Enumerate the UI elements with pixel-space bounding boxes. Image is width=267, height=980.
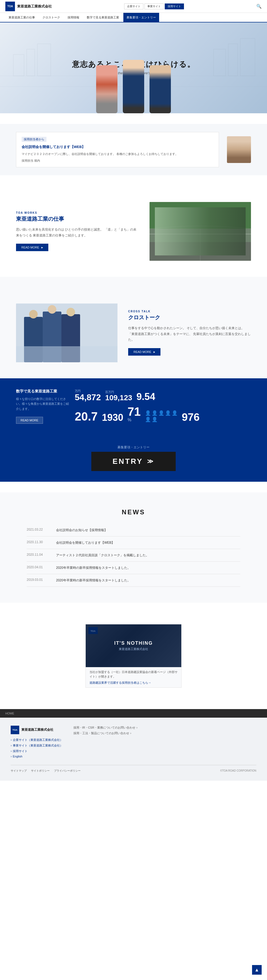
footer-right: 採用・IR・CSR・業務についてのお問い合わせ 採用・工法・製品についてのお問い… [73, 725, 256, 737]
announcement-title: 会社説明会を開催しております【WEB】 [22, 145, 213, 150]
footer-nav: HOME [0, 709, 267, 718]
nav-item-crosstalk[interactable]: クロストーク [39, 13, 63, 22]
main-nav: 東亜道路工業の仕事 クロストーク 採用情報 数字で見る東亜道路工業 募集要項・エ… [0, 13, 267, 22]
footer-nav-home[interactable]: HOME [5, 712, 14, 715]
header: TOA 東亜道路工業株式会社 企業サイト 事業サイト 採用サイト 🔍 [0, 0, 267, 13]
external-section: TOA IT'S NOTHING 東亜道路工業株式会社 当社が加盟する（一社）日… [0, 613, 267, 698]
person-icons-row-2: 👤👤 [145, 417, 178, 422]
news-text-4: 2020年卒業時の新卒採用情報をスタートしました。 [56, 565, 130, 570]
numbers-section: 数字で見る東亜道路工業 様々な切り口の数字に注目してください。様々な角度から東亜… [0, 378, 267, 434]
spacer-3 [0, 277, 267, 288]
toa-works-read-more[interactable]: READ MORE [16, 243, 48, 251]
news-date-4: 2020.04.01 [27, 565, 51, 569]
footer-top: TOA 東亜道路工業株式会社 企業サイト（東亜道路工業株式会社） 事業サイト（東… [11, 725, 256, 760]
footer-logo-toa: TOA [13, 729, 17, 731]
footer-bottom: サイトマップ サイトポリシー プライバシーポリシー ©TOA ROAD CORP… [11, 765, 256, 773]
toa-works-content: TOA WORKS 東亜道路工業の仕事 思い描いた未来を具現化するのは ひとりの… [16, 212, 139, 251]
news-list: 2021.03.22 会社説明会のお知らせ【採用情報】 2020.11.30 会… [27, 524, 240, 587]
news-date-2: 2020.11.30 [27, 540, 51, 544]
external-card-title: IT'S NOTHING [114, 640, 153, 646]
news-date-5: 2019.03.01 [27, 578, 51, 582]
spacer-2 [0, 175, 267, 186]
works-image-svg [149, 202, 251, 261]
footer-right-link-0[interactable]: 採用・IR・CSR・業務についてのお問い合わせ [73, 725, 256, 730]
external-card-image: TOA IT'S NOTHING 東亜道路工業株式会社 [86, 624, 181, 667]
nav-item-numbers[interactable]: 数字で見る東亜道路工業 [84, 13, 122, 22]
nav-item-works[interactable]: 東亜道路工業の仕事 [5, 13, 38, 22]
announcement-section: 採用担当者から 会社説明会を開催しております【WEB】 マイナビ２０２２のオープ… [0, 124, 267, 175]
footer-link-1[interactable]: 事業サイト（東亜道路工業株式会社） [11, 743, 63, 748]
news-date-1: 2021.03.22 [27, 528, 51, 531]
stat-value-1: 54,872 [75, 393, 101, 402]
news-date-3: 2020.11.04 [27, 553, 51, 557]
numbers-title: 数字で見る東亜道路工業 [16, 389, 70, 394]
toa-works-title: 東亜道路工業の仕事 [16, 215, 139, 223]
footer-logo-box: TOA [11, 725, 19, 734]
entry-button[interactable]: ENTRY [91, 452, 176, 471]
toa-works-text: 思い描いた未来を具現化するのは ひとりの手の技術と誠意。 「道」と「まち」の未来… [16, 227, 139, 238]
footer-link-0[interactable]: 企業サイト（東亜道路工業株式会社） [11, 738, 63, 742]
svg-rect-4 [37, 44, 51, 76]
cross-talk-read-more[interactable]: READ MORE [128, 348, 161, 356]
numbers-read-more[interactable]: READ MORE [16, 417, 43, 424]
footer-link-2[interactable]: 採用サイト [11, 749, 63, 753]
numbers-infographic: 万円 54,872 百万円 109,123 9.54 20.7 1930 71 … [75, 389, 251, 424]
cross-talk-image [16, 304, 118, 362]
spacer-4 [0, 482, 267, 492]
news-item-4: 2020.04.01 2020年卒業時の新卒採用情報をスタートしました。 [27, 562, 240, 574]
news-item-3: 2020.11.04 アーティスト２代目社員目談「クロストーク」を掲載しました。 [27, 549, 240, 562]
search-icon[interactable]: 🔍 [256, 4, 262, 9]
external-link-text[interactable]: 道路建設業界で活躍する採用担当者はこちら→ [89, 681, 178, 685]
footer-links-left: 企業サイト（東亜道路工業株式会社） 事業サイト（東亜道路工業株式会社） 採用サイ… [11, 738, 63, 758]
footer-policy-0[interactable]: サイトマップ [11, 769, 27, 773]
company-name: 東亜道路工業株式会社 [17, 4, 52, 9]
hero-person-2 [123, 60, 144, 113]
svg-rect-20 [16, 346, 118, 362]
svg-point-19 [67, 308, 75, 317]
announcement-label: 採用担当者から [22, 137, 46, 142]
external-card-footer: 当社が加盟する（一社）日本道路建設業協会の新着ページ（外部サイト）が開きます。 … [86, 667, 181, 687]
news-item-2: 2020.11.30 会社説明会を開催しております【WEB】 [27, 536, 240, 549]
footer-right-link-1[interactable]: 採用・工法・製品についてのお問い合わせ [73, 731, 256, 735]
svg-rect-8 [149, 202, 251, 261]
footer-link-3[interactable]: English [11, 755, 63, 758]
news-item-5: 2019.03.01 2020年卒業時の新卒採用情報をスタートしました。 [27, 574, 240, 587]
hero-person-3 [149, 65, 171, 113]
footer-policy-1[interactable]: サイトポリシー [31, 769, 50, 773]
footer-policy-links: サイトマップ サイトポリシー プライバシーポリシー [11, 769, 81, 773]
stat-value-5: 1930 [102, 413, 123, 422]
numbers-text: 様々な切り口の数字に注目してください。様々な角度から東亜道路工業をご紹介します。 [16, 396, 70, 412]
person-icons-row-1: 👤👤👤 👤👤 [145, 410, 178, 416]
external-card-desc: 当社が加盟する（一社）日本道路建設業協会の新着ページ（外部サイト）が開きます。 [89, 670, 178, 679]
hero-people-group [96, 60, 171, 113]
site-btn-corporate[interactable]: 企業サイト [124, 3, 143, 10]
svg-point-17 [29, 310, 38, 318]
footer-policy-2[interactable]: プライバシーポリシー [54, 769, 81, 773]
site-btn-business[interactable]: 事業サイト [145, 3, 164, 10]
announcement-person: 採用担当 堀内 [22, 159, 213, 163]
stat-unit-6: % [128, 418, 141, 422]
site-nav: 企業サイト 事業サイト 採用サイト [124, 3, 184, 10]
cross-talk-title: クロストーク [128, 314, 251, 321]
toa-works-image [149, 202, 251, 261]
news-title: NEWS [27, 508, 240, 516]
announcement-text: マイナビ２０２２のオープンに際し、会社説明会を開催しております。 各種のご参加も… [22, 151, 213, 157]
news-text-1: 会社説明会のお知らせ【採用情報】 [56, 528, 107, 533]
svg-rect-7 [240, 38, 255, 76]
spacer-1 [0, 113, 267, 124]
news-item-1: 2021.03.22 会社説明会のお知らせ【採用情報】 [27, 524, 240, 536]
svg-rect-9 [149, 229, 251, 242]
entry-label: 募集要項・エントリー [11, 445, 256, 450]
logo-icon: TOA [5, 2, 15, 11]
cross-talk-content: CROSS TALK クロストーク 仕事をする中で心を動かされたシーン。 そして… [128, 310, 251, 356]
stat-value-2: 109,123 [105, 394, 132, 402]
site-btn-recruit[interactable]: 採用サイト [165, 3, 184, 10]
nav-item-recruit-info[interactable]: 採用情報 [64, 13, 83, 22]
svg-point-18 [48, 305, 56, 313]
hero-section: 意志あるところに道はひらける。 Where there's a will, Th… [0, 22, 267, 113]
svg-rect-6 [228, 44, 238, 76]
external-card[interactable]: TOA IT'S NOTHING 東亜道路工業株式会社 当社が加盟する（一社）日… [86, 624, 181, 688]
logo-toa: TOA [8, 5, 13, 8]
announcement-box: 採用担当者から 会社説明会を開催しております【WEB】 マイナビ２０２２のオープ… [16, 132, 219, 167]
nav-item-entry[interactable]: 募集要項・エントリー [123, 13, 159, 22]
